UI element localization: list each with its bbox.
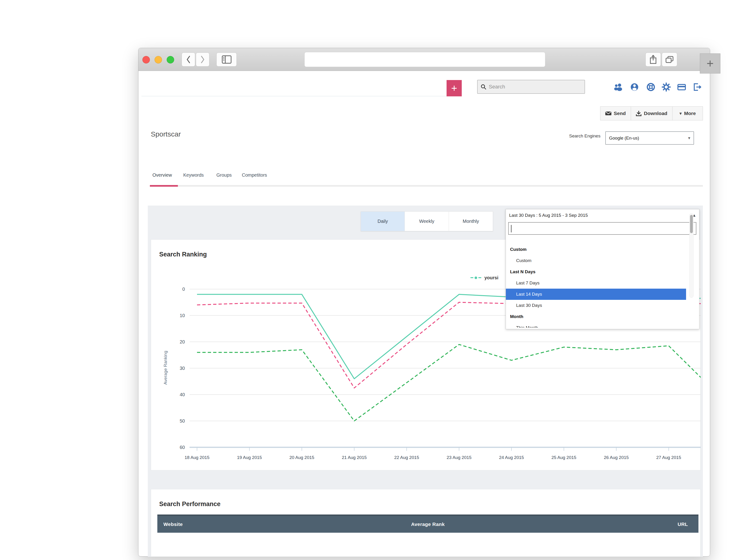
date-range-dropdown: Last 30 Days : 5 Aug 2015 - 3 Sep 2015 ▲… [506, 209, 699, 329]
caret-down-icon: ▼ [679, 112, 681, 115]
dropdown-option[interactable]: This Month [506, 322, 686, 328]
new-tab-button[interactable]: + [700, 53, 720, 74]
tab-groups[interactable]: Groups [216, 172, 232, 178]
more-label: More [684, 111, 696, 116]
help-ring-icon[interactable] [646, 82, 656, 92]
svg-text:19 Aug 2015: 19 Aug 2015 [237, 455, 262, 460]
svg-text:22 Aug 2015: 22 Aug 2015 [394, 455, 419, 460]
minimize-window-button[interactable] [155, 56, 162, 63]
dropdown-option[interactable]: Last 14 Days [506, 289, 686, 300]
tab-overview[interactable]: Overview [152, 172, 172, 178]
active-tab-underline [150, 185, 178, 187]
dropdown-group-label: Custom [506, 244, 686, 255]
text-cursor [511, 225, 512, 232]
search-engines-label: Search Engines [569, 133, 600, 139]
tabs-overview-icon [665, 56, 674, 63]
send-label: Send [614, 111, 626, 116]
chevron-left-icon [186, 55, 191, 64]
envelope-icon [605, 111, 611, 116]
show-tabs-button[interactable] [662, 53, 677, 66]
tab-underline-track [150, 185, 703, 187]
svg-text:60: 60 [180, 445, 185, 450]
billing-card-icon[interactable] [676, 82, 687, 92]
settings-gear-icon[interactable] [661, 82, 671, 92]
svg-text:30: 30 [180, 366, 185, 371]
date-range-options-list: CustomCustomLast N DaysLast 7 DaysLast 1… [506, 239, 699, 328]
sidebar-toggle-button[interactable] [216, 53, 237, 66]
column-url[interactable]: URL [678, 522, 688, 527]
svg-text:27 Aug 2015: 27 Aug 2015 [656, 455, 681, 460]
search-icon [481, 84, 487, 90]
search-input[interactable] [489, 84, 577, 90]
global-search-field[interactable] [477, 80, 585, 94]
toggle-weekly[interactable]: Weekly [405, 211, 449, 231]
more-button[interactable]: ▼ More [672, 106, 703, 121]
download-icon [636, 111, 642, 116]
svg-text:0: 0 [182, 287, 185, 292]
period-toggle: Daily Weekly Monthly [361, 211, 493, 231]
download-button[interactable]: Download [631, 106, 672, 121]
svg-text:50: 50 [180, 418, 185, 424]
account-icon[interactable] [629, 82, 640, 92]
share-button[interactable] [645, 53, 661, 66]
svg-text:21 Aug 2015: 21 Aug 2015 [342, 455, 367, 460]
caret-down-icon: ▼ [688, 136, 690, 140]
svg-text:18 Aug 2015: 18 Aug 2015 [185, 455, 210, 460]
svg-text:25 Aug 2015: 25 Aug 2015 [551, 455, 576, 460]
search-engine-select[interactable]: Google (En-us) ▼ [605, 131, 694, 145]
dropdown-option[interactable]: Last 7 Days [506, 277, 686, 289]
search-engine-value: Google (En-us) [609, 136, 639, 141]
header-divider [141, 96, 446, 96]
users-icon[interactable] [613, 82, 623, 92]
svg-text:26 Aug 2015: 26 Aug 2015 [604, 455, 629, 460]
tab-keywords[interactable]: Keywords [183, 172, 204, 178]
toggle-monthly[interactable]: Monthly [449, 211, 493, 231]
svg-text:20: 20 [180, 339, 185, 344]
forward-button[interactable] [196, 53, 209, 66]
date-range-current-value[interactable]: Last 30 Days : 5 Aug 2015 - 3 Sep 2015 [506, 209, 699, 221]
zoom-window-button[interactable] [167, 56, 174, 63]
logout-icon[interactable] [692, 82, 702, 92]
dropdown-option[interactable]: Last 30 Days [506, 300, 686, 311]
add-button[interactable]: + [446, 80, 462, 96]
send-button[interactable]: Send [600, 106, 631, 121]
chevron-right-icon [200, 55, 205, 64]
share-icon [649, 55, 657, 64]
search-performance-card: Search Performance Website Average Rank … [151, 489, 700, 557]
browser-window: + + [138, 48, 710, 557]
column-average-rank[interactable]: Average Rank [157, 522, 698, 527]
page-title: Sportscar [151, 130, 181, 138]
svg-text:24 Aug 2015: 24 Aug 2015 [499, 455, 524, 460]
svg-text:23 Aug 2015: 23 Aug 2015 [446, 455, 471, 460]
dropdown-group-label: Month [506, 311, 686, 322]
svg-text:20 Aug 2015: 20 Aug 2015 [289, 455, 314, 460]
date-range-filter-input[interactable] [508, 222, 696, 235]
search-performance-heading: Search Performance [159, 501, 221, 508]
close-window-button[interactable] [143, 56, 150, 63]
toggle-daily[interactable]: Daily [361, 211, 405, 231]
svg-text:40: 40 [180, 392, 185, 397]
back-button[interactable] [182, 53, 195, 66]
report-actions: Send Download ▼ More [600, 106, 703, 121]
dropdown-group-label: Last N Days [506, 266, 686, 277]
dropdown-scrollbar-thumb[interactable] [690, 215, 693, 233]
browser-toolbar: + [138, 48, 710, 71]
svg-text:10: 10 [180, 313, 185, 318]
sidebar-panel-icon [222, 55, 232, 64]
url-address-bar[interactable] [304, 52, 545, 67]
tab-competitors[interactable]: Competitors [242, 172, 267, 178]
performance-table-header: Website Average Rank URL [157, 514, 698, 533]
dropdown-option[interactable]: Custom [506, 255, 686, 266]
download-label: Download [644, 111, 667, 116]
